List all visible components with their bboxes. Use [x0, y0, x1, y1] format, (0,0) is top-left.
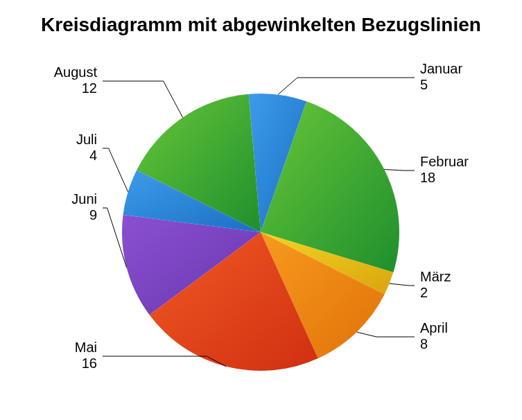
label-value: 12 — [54, 80, 97, 96]
label-value: 5 — [420, 77, 462, 93]
label-text: März — [420, 269, 451, 285]
leader-line — [103, 148, 128, 192]
label-mai: Mai 16 — [75, 340, 97, 371]
label-text: Mai — [75, 340, 97, 356]
label-august: August 12 — [54, 64, 97, 96]
label-text: April — [420, 320, 448, 336]
label-value: 16 — [75, 356, 97, 371]
label-value: 2 — [420, 285, 451, 301]
label-text: Februar — [420, 154, 469, 170]
label-text: August — [54, 64, 97, 80]
label-text: Januar — [420, 61, 462, 77]
label-value: 4 — [76, 148, 97, 164]
chart-stage: Kreisdiagramm mit abgewinkelten Bezugsli… — [0, 0, 522, 420]
label-value: 18 — [420, 170, 469, 186]
leader-line — [384, 170, 415, 170]
label-juli: Juli 4 — [76, 132, 97, 164]
label-text: Juli — [76, 132, 97, 148]
leader-line — [278, 78, 415, 95]
label-text: Juni — [71, 191, 97, 207]
label-value: 9 — [71, 207, 97, 223]
label-value: 8 — [420, 336, 448, 352]
label-maerz: März 2 — [420, 269, 451, 301]
label-februar: Februar 18 — [420, 154, 469, 186]
label-april: April 8 — [420, 320, 448, 352]
leader-line — [103, 81, 183, 118]
leader-line — [390, 283, 415, 286]
label-juni: Juni 9 — [71, 191, 97, 223]
label-januar: Januar 5 — [420, 61, 462, 93]
leader-line — [357, 332, 415, 337]
